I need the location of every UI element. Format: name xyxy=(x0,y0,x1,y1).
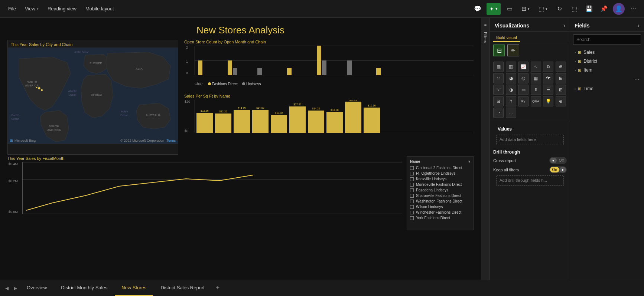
viz-pie-icon[interactable]: ◕ xyxy=(506,73,516,83)
map-panel-title: This Year Sales by City and Chain xyxy=(8,40,178,47)
svg-rect-26 xyxy=(347,60,352,75)
viz-pen-icon[interactable]: ✏ xyxy=(507,45,519,56)
viz-donut-icon[interactable]: ◎ xyxy=(518,73,528,83)
item-expand-icon: › xyxy=(575,68,576,72)
sales-sqft-title: Sales Per Sq Ft by Name xyxy=(184,94,474,98)
viz-smart-icon[interactable]: 💡 xyxy=(543,96,553,106)
cross-report-toggle[interactable]: ● Off xyxy=(549,157,567,164)
viz-waterfall-icon[interactable]: ⚟ xyxy=(556,62,566,72)
filters-tab[interactable]: ≡ Filters xyxy=(481,18,490,280)
fit-page-icon[interactable]: ⊞▾ xyxy=(518,3,533,15)
svg-rect-37 xyxy=(215,114,231,133)
open-store-title: Open Store Count by Open Month and Chain xyxy=(184,40,474,44)
tab-overview[interactable]: Overview xyxy=(20,280,53,296)
tab-arrow-left[interactable]: ◀ xyxy=(3,280,11,296)
viz-panel-close[interactable]: › xyxy=(563,22,565,29)
format-icon[interactable]: ⬚▾ xyxy=(536,3,550,15)
pin-icon[interactable]: 📌 xyxy=(598,3,610,15)
svg-point-18 xyxy=(36,87,38,88)
viz-kpi-icon[interactable]: ⬆ xyxy=(531,85,541,95)
viz-qna-icon[interactable]: Q&A xyxy=(531,96,541,106)
viz-r-icon[interactable]: R xyxy=(506,96,516,106)
svg-rect-27 xyxy=(376,68,381,75)
viz-more1-icon[interactable]: … xyxy=(506,108,516,118)
svg-rect-47 xyxy=(308,111,324,133)
tab-district-sales-report[interactable]: District Sales Report xyxy=(154,280,211,296)
legend-items-list: Cincinnati 2 Fashions Direct Ft. Ogletho… xyxy=(410,165,470,221)
svg-text:$15.16: $15.16 xyxy=(368,104,376,107)
map-panel[interactable]: This Year Sales by City and Chain xyxy=(7,40,178,155)
focus-icon[interactable]: ⬚ xyxy=(568,3,580,15)
svg-text:$12.26: $12.26 xyxy=(219,110,227,113)
add-data-fields[interactable]: Add data fields here xyxy=(496,135,564,145)
legend-item-1: Ft. Oglethorpe Lindseys xyxy=(410,171,470,176)
tab-district-monthly-sales[interactable]: District Monthly Sales xyxy=(54,280,114,296)
save-icon[interactable]: 💾 xyxy=(583,3,595,15)
legend-item-8: Winchester Fashions Direct xyxy=(410,210,470,215)
fields-item-sales[interactable]: › ⊞ Sales xyxy=(570,48,644,57)
viz-table-icon[interactable]: ⊟ xyxy=(493,45,505,56)
sales-sqft-chart[interactable]: Sales Per Sq Ft by Name $20 $0 $12.86 $1… xyxy=(184,94,474,155)
main-layout: New Stores Analysis This Year Sales by C… xyxy=(0,18,644,280)
viz-scatter-icon[interactable]: ⁙ xyxy=(493,73,504,83)
copilot-icon[interactable]: ✦ ▾ xyxy=(487,3,501,15)
viz-card-icon[interactable]: ▭ xyxy=(518,85,528,95)
legend-item-3: Monroeville Fashions Direct xyxy=(410,182,470,187)
viz-area-icon[interactable]: ∿ xyxy=(531,62,541,72)
fields-panel-expand[interactable]: › xyxy=(638,22,640,29)
open-store-chart[interactable]: Open Store Count by Open Month and Chain… xyxy=(184,40,474,90)
viz-table-grid-icon[interactable]: ⊞ xyxy=(556,85,566,95)
svg-text:EUROPE: EUROPE xyxy=(90,62,102,65)
mobile-layout-menu[interactable]: Mobile layout xyxy=(82,4,118,14)
viz-filled-map-icon[interactable]: ⊞ xyxy=(556,73,566,83)
legend-item-9: York Fashions Direct xyxy=(410,215,470,221)
fields-item-district[interactable]: › ⊞ District xyxy=(570,57,644,66)
viz-funnel-icon[interactable]: ⌥ xyxy=(493,85,504,95)
viz-bar-icon[interactable]: ▦ xyxy=(493,62,504,72)
add-drill-fields[interactable]: Add drill-through fields h... xyxy=(496,175,564,186)
viz-map-icon[interactable]: 🗺 xyxy=(543,73,553,83)
view-icon[interactable]: ▭ xyxy=(504,3,515,15)
viz-slicer-icon[interactable]: ☰ xyxy=(543,85,553,95)
svg-text:$17.92: $17.92 xyxy=(293,103,302,106)
viz-python-icon[interactable]: Py xyxy=(518,96,528,106)
line-chart-area: This Year Sales by FiscalMonth $0.4M $0.… xyxy=(0,156,481,230)
viz-matrix-icon[interactable]: ⊟ xyxy=(493,96,504,106)
values-label: Values xyxy=(493,124,567,133)
line-chart-panel[interactable]: This Year Sales by FiscalMonth $0.4M $0.… xyxy=(7,156,402,230)
fields-item-more[interactable]: ⋯ xyxy=(570,75,644,84)
line-chart-legend[interactable]: Name ▾ Cincinnati 2 Fashions Direct Ft. … xyxy=(407,156,474,230)
file-menu[interactable]: File xyxy=(4,4,20,14)
svg-text:AMERICA: AMERICA xyxy=(25,84,39,87)
time-expand-icon: › xyxy=(575,87,576,91)
svg-rect-25 xyxy=(322,60,326,75)
viz-influence-icon[interactable]: ⇀ xyxy=(493,108,504,118)
tab-add-button[interactable]: + xyxy=(212,280,224,296)
keep-filters-toggle[interactable]: On ● xyxy=(549,166,567,173)
fields-search-input[interactable] xyxy=(573,34,641,45)
tab-build-visual[interactable]: Build visual xyxy=(493,34,520,42)
viz-treemap-icon[interactable]: ▦ xyxy=(531,73,541,83)
values-section: Values Add data fields here xyxy=(490,121,570,147)
more-options-icon[interactable]: ⋯ xyxy=(628,3,640,15)
tab-new-stores[interactable]: New Stores xyxy=(115,280,153,296)
fields-item-item[interactable]: › ⊞ Item xyxy=(570,66,644,75)
viz-gauge-icon[interactable]: ◑ xyxy=(506,85,516,95)
svg-rect-35 xyxy=(196,113,213,133)
viz-line-icon[interactable]: 📈 xyxy=(518,62,528,72)
svg-point-16 xyxy=(38,87,40,89)
refresh-icon[interactable]: ↻ xyxy=(553,3,565,15)
view-menu[interactable]: View ▾ xyxy=(21,4,42,14)
svg-text:Atlantic: Atlantic xyxy=(68,90,77,92)
comment-icon[interactable]: 💬 xyxy=(472,3,484,15)
sales-expand-icon: › xyxy=(575,50,576,55)
viz-decomp-icon[interactable]: ⊕ xyxy=(556,96,566,106)
viz-column-icon[interactable]: ▥ xyxy=(506,62,516,72)
fields-item-time[interactable]: › ⊞ Time xyxy=(570,84,644,93)
map-bing-watermark: ⊞ Microsoft Bing xyxy=(10,139,36,142)
account-icon[interactable]: 👤 xyxy=(613,3,625,15)
cross-report-row: Cross-report ● Off xyxy=(493,157,567,164)
reading-view-menu[interactable]: Reading view xyxy=(44,4,80,14)
viz-ribbon-icon[interactable]: ⧉ xyxy=(543,62,553,72)
tab-arrow-right[interactable]: ▶ xyxy=(12,280,19,296)
